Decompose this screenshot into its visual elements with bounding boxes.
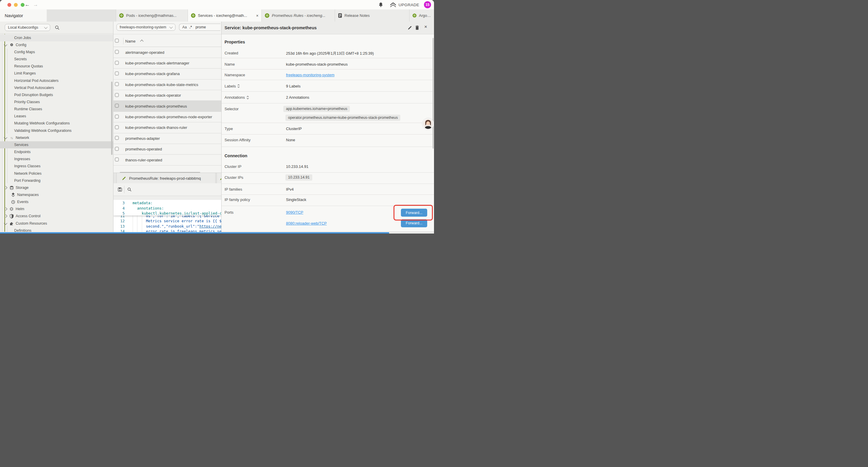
sidebar-group-storage[interactable]: Storage [0,184,113,191]
sidebar-item-pod-disruption-budgets[interactable]: Pod Disruption Budgets [0,91,113,98]
forward-button-8080[interactable]: Forward... [401,219,427,227]
row-checkbox[interactable] [115,115,119,119]
maximize-window-button[interactable] [21,3,25,7]
sidebar-item-ingresses[interactable]: Ingresses [0,155,113,163]
sidebar-item-runtime-classes[interactable]: Runtime Classes [0,106,113,113]
editor-gap [114,196,221,200]
sidebar-item-leases[interactable]: Leases [0,113,113,120]
namespace-filter-select[interactable]: freeleaps-monitoring-system [116,24,176,31]
row-checkbox[interactable] [115,82,119,86]
close-panel-icon[interactable]: × [424,24,427,30]
name-column-header[interactable]: Name [125,39,135,43]
sidebar-item-endpoints[interactable]: Endpoints [0,148,113,155]
sidebar-item-priority-classes[interactable]: Priority Classes [0,98,113,106]
sidebar-item-resource-quotas[interactable]: Resource Quotas [0,63,113,70]
editor-tab-prometheusrule[interactable]: PrometheusRule: freeleaps-prod-rabbitmq [116,173,216,183]
sidebar-group-access-control[interactable]: Access Control [0,212,113,220]
save-icon[interactable] [118,187,122,193]
sidebar-item-port-forwarding[interactable]: Port Forwarding [0,177,113,184]
table-row[interactable]: kube-prometheus-stack-kube-state-metrics [114,79,221,90]
table-row[interactable]: prometheus-adapter [114,133,221,144]
table-row-selected[interactable]: kube-prometheus-stack-prometheus [114,101,221,112]
navigator-scrollbar[interactable] [111,82,113,155]
sidebar-item-limit-ranges[interactable]: Limit Ranges [0,70,113,77]
table-row[interactable]: alertmanager-operated [114,47,221,58]
regex-toggle[interactable]: .* [189,25,192,29]
namespace-link[interactable]: freeleaps-monitoring-system [286,73,335,77]
yaml-editor[interactable]: 11 0s","for":"1m","labels":{"service": 3… [114,200,221,233]
sidebar-item-validating-webhook-configurations[interactable]: Validating Webhook Configurations [0,127,113,134]
sidebar-item-cron-jobs[interactable]: Cron Jobs [0,34,113,41]
sidebar-item-horizontal-pod-autoscalers[interactable]: Horizontal Pod Autoscalers [0,77,113,84]
tab-services[interactable]: Services - icecheng@math... × [188,9,261,22]
chevron-down-icon[interactable] [4,43,7,46]
sidebar-group-custom-resources[interactable]: Custom Resources [0,220,113,227]
chevron-right-icon[interactable] [4,186,7,189]
editor-search-icon[interactable] [127,187,131,193]
back-arrow-icon[interactable]: ← [25,1,30,8]
sidebar-item-ingress-classes[interactable]: Ingress Classes [0,163,113,170]
table-row[interactable]: prometheus-operated [114,144,221,154]
sort-ascending-icon[interactable] [140,39,143,43]
sidebar-item-events[interactable]: Events [0,198,113,205]
editor-tab-next[interactable] [217,173,222,183]
sidebar-item-network-policies[interactable]: Network Policies [0,170,113,177]
kubeconfig-select[interactable]: Local Kubeconfigs [5,24,50,31]
row-checkbox[interactable] [115,61,119,65]
tab-prometheus-rules[interactable]: Prometheus Rules - icecheng... [261,9,335,22]
namespaces-icon [11,193,16,197]
sidebar-group-config[interactable]: Config [0,41,113,49]
row-checkbox[interactable] [115,136,119,140]
close-window-button[interactable] [7,3,11,7]
table-row[interactable]: kube-prometheus-stack-prometheus-node-ex… [114,111,221,122]
notification-count-badge[interactable]: 15 [424,1,431,8]
close-tab-icon[interactable]: × [256,13,258,18]
expand-collapse-icon[interactable] [237,84,240,88]
expand-collapse-icon[interactable] [246,96,249,99]
tab-release-notes[interactable]: Release Notes [335,9,409,22]
row-checkbox[interactable] [115,157,119,162]
sidebar-item-mutating-webhook-configurations[interactable]: Mutating Webhook Configurations [0,120,113,127]
tab-argo[interactable]: Argo Se [409,9,434,22]
sidebar-item-config-maps[interactable]: Config Maps [0,49,113,56]
select-all-checkbox[interactable] [115,39,119,42]
sidebar-group-network[interactable]: ↑↓ Network [0,134,113,141]
chevron-down-icon[interactable] [4,136,7,139]
upgrade-button[interactable]: UPGRADE [390,2,419,7]
row-checkbox[interactable] [115,104,119,108]
port-8080-link[interactable]: 8080:reloader-web/TCP [286,221,327,226]
chevron-right-icon[interactable] [4,207,7,211]
search-input[interactable]: Aa .* prome [179,24,220,31]
table-row[interactable]: kube-prometheus-stack-operator [114,90,221,101]
row-checkbox[interactable] [115,50,119,54]
details-scrollbar[interactable] [433,38,434,149]
assistant-avatar[interactable] [422,118,434,131]
row-checkbox[interactable] [115,93,119,97]
tab-pods[interactable]: Pods - icecheng@mathmas... [116,9,188,22]
sidebar-item-secrets[interactable]: Secrets [0,56,113,63]
match-case-toggle[interactable]: Aa [182,25,187,29]
sidebar-item-vertical-pod-autoscalers[interactable]: Vertical Pod Autoscalers [0,84,113,91]
notifications-bell-icon[interactable] [378,2,383,8]
sidebar-group-helm[interactable]: Helm [0,205,113,212]
row-checkbox[interactable] [115,71,119,76]
row-checkbox[interactable] [115,125,119,129]
table-row[interactable]: kube-prometheus-stack-thanos-ruler [114,122,221,133]
minimize-window-button[interactable] [14,3,18,7]
chevron-right-icon[interactable] [4,214,7,218]
navigator-panel-tab[interactable]: Navigator [0,9,47,22]
runbook-url-link[interactable]: https://net [199,224,221,229]
table-row[interactable]: kube-prometheus-stack-alertmanager [114,58,221,68]
navigator-search-icon[interactable] [55,25,59,31]
sidebar-item-namespaces[interactable]: Namespaces [0,191,113,198]
edit-pencil-icon[interactable] [407,25,412,31]
table-row[interactable]: thanos-ruler-operated [114,154,221,166]
sidebar-item-services[interactable]: Services [0,141,113,148]
chevron-down-icon[interactable] [4,222,7,225]
row-checkbox[interactable] [115,147,119,151]
port-9090-link[interactable]: 9090/TCP [286,210,303,214]
table-row[interactable]: kube-prometheus-stack-grafana [114,68,221,79]
forward-arrow-icon[interactable]: → [33,1,38,8]
delete-trash-icon[interactable] [415,25,419,31]
forward-button-9090[interactable]: Forward... [401,209,427,217]
